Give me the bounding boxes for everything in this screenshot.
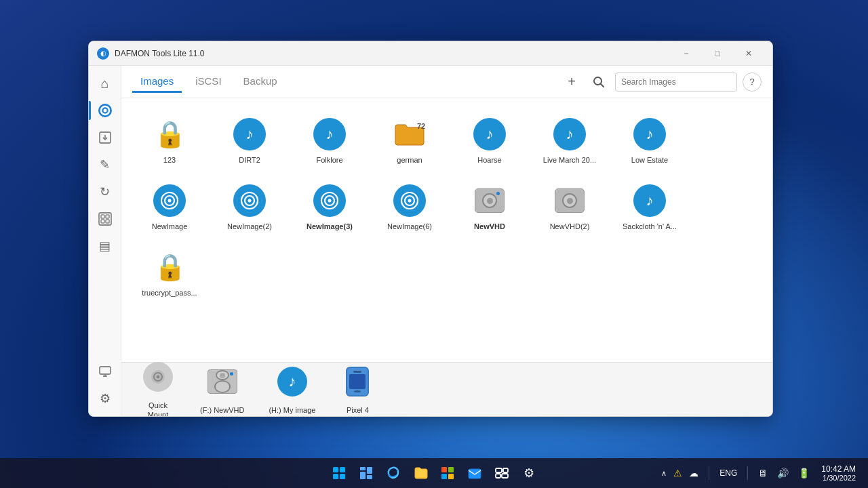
image-item-img-dirt2[interactable]: ♪ DIRT2 [212, 109, 287, 170]
f-newvhd-label: (F:) NewVHD [200, 406, 244, 415]
svg-point-2 [103, 109, 106, 113]
image-label: NewImage(6) [387, 222, 432, 231]
svg-rect-40 [441, 467, 447, 472]
add-button[interactable]: + [561, 71, 583, 93]
music-icon: ♪ [633, 184, 666, 217]
bottom-tray: Quick Mount (F:) NewVHD [121, 362, 772, 416]
svg-rect-35 [340, 474, 345, 479]
sidebar-item-monitor[interactable] [93, 359, 117, 384]
sidebar: ⌂ ✎ ↻ [89, 66, 121, 416]
app-title: DAFMON Tools Lite 11.0 [115, 49, 671, 58]
sidebar-item-receive[interactable] [93, 125, 117, 150]
search-icon-button[interactable] [588, 71, 610, 93]
quick-mount-icon [140, 359, 176, 394]
taskbar: ⚙ ∧ ⚠ ☁ ENG 🖥 🔊 🔋 10:42 AM 1/30/2022 [0, 458, 868, 488]
taskbar-center: ⚙ [327, 461, 541, 485]
title-bar-controls: − □ ✕ [671, 43, 764, 64]
sidebar-item-settings[interactable]: ⚙ [93, 386, 117, 411]
image-item-img-german[interactable]: 72 german [372, 109, 447, 170]
image-item-img-hoarse[interactable]: ♪ Hoarse [452, 109, 527, 170]
image-item-img-newimage3[interactable]: NewImage(3) [292, 176, 367, 237]
app-logo [97, 47, 109, 60]
image-item-img-newimage6[interactable]: NewImage(6) [372, 176, 447, 237]
svg-rect-50 [502, 474, 508, 478]
sidebar-item-sync[interactable]: ↻ [93, 180, 117, 204]
sidebar-item-gallery[interactable] [93, 207, 117, 231]
taskbar-taskview[interactable] [490, 461, 514, 485]
image-item-img-newimage2[interactable]: NewImage(2) [212, 176, 287, 237]
tray-volume[interactable]: 🔊 [775, 466, 791, 480]
help-button[interactable]: ? [743, 73, 762, 92]
taskbar-mail[interactable] [462, 461, 487, 485]
image-item-img-newvhd[interactable]: NewVHD [452, 176, 527, 237]
tray-pixel4[interactable]: Pixel 4 [334, 361, 380, 416]
image-item-img-folklore[interactable]: ♪ Folklore [292, 109, 367, 170]
sidebar-item-edit[interactable]: ✎ [93, 152, 117, 177]
icon-container: 🔒 [152, 117, 187, 152]
icon-container: ♪ [552, 117, 587, 152]
svg-rect-47 [496, 468, 502, 472]
tab-backup[interactable]: Backup [235, 71, 285, 93]
tray-separator [709, 466, 709, 480]
taskbar-widgets[interactable] [354, 461, 378, 485]
svg-rect-10 [100, 367, 111, 374]
svg-rect-6 [101, 215, 104, 218]
minimize-button[interactable]: − [671, 43, 702, 64]
svg-rect-42 [441, 474, 447, 479]
target-icon [153, 184, 186, 217]
svg-rect-43 [448, 474, 454, 479]
quick-mount-label: Quick Mount [148, 401, 169, 416]
tray-cloud[interactable]: ☁ [687, 466, 701, 480]
close-button[interactable]: ✕ [733, 43, 764, 64]
maximize-button[interactable]: □ [702, 43, 733, 64]
image-item-img-truecrypt[interactable]: 🔒 truecrypt_pass... [132, 242, 207, 303]
svg-rect-34 [333, 474, 338, 479]
taskbar-start[interactable] [327, 461, 351, 485]
svg-rect-48 [503, 468, 508, 472]
tray-lang[interactable]: ENG [717, 467, 739, 479]
icon-container [312, 183, 347, 218]
taskbar-edge[interactable] [381, 461, 406, 485]
svg-rect-39 [367, 475, 372, 479]
sidebar-item-images[interactable] [93, 98, 117, 123]
taskbar-files[interactable] [408, 461, 433, 485]
tray-chevron[interactable]: ∧ [659, 468, 669, 479]
image-label: NewImage(2) [227, 222, 272, 231]
svg-text:72: 72 [417, 122, 425, 130]
svg-rect-38 [360, 472, 366, 479]
tray-warning[interactable]: ⚠ [671, 466, 684, 480]
svg-rect-7 [106, 215, 109, 218]
hdd2-icon [553, 184, 586, 217]
icon-container: ♪ [632, 117, 667, 152]
icon-container [472, 183, 507, 218]
pixel4-label: Pixel 4 [347, 406, 369, 415]
f-newvhd-icon [205, 364, 240, 399]
image-item-img-newimage[interactable]: NewImage [132, 176, 207, 237]
image-item-img-sackcloth[interactable]: ♪ Sackcloth 'n' A... [612, 176, 687, 237]
taskbar-settings[interactable]: ⚙ [517, 461, 541, 485]
tab-images[interactable]: Images [132, 71, 182, 93]
tray-h-myimage[interactable]: ♪ (H:) My image [263, 361, 321, 416]
hdd-icon [473, 184, 506, 217]
music-icon: ♪ [313, 118, 346, 150]
image-item-img-123[interactable]: 🔒 123 [132, 109, 207, 170]
icon-container: ♪ [232, 117, 267, 152]
tab-iscsi[interactable]: iSCSI [187, 71, 229, 93]
image-item-img-livemarch[interactable]: ♪ Live March 20... [532, 109, 607, 170]
taskbar-datetime[interactable]: 10:42 AM 1/30/2022 [817, 463, 860, 483]
image-label: NewImage [152, 222, 188, 231]
search-input[interactable] [615, 73, 737, 92]
tray-monitor[interactable]: 🖥 [756, 466, 770, 480]
image-item-img-lowestate[interactable]: ♪ Low Estate [612, 109, 687, 170]
content-panel: Images iSCSI Backup + ? 🔒 123 [121, 66, 772, 416]
sidebar-item-home[interactable]: ⌂ [93, 71, 117, 96]
image-item-img-newvhd2[interactable]: NewVHD(2) [532, 176, 607, 237]
tray-f-newvhd[interactable]: (F:) NewVHD [195, 361, 250, 416]
sidebar-item-doc[interactable]: ▤ [93, 234, 117, 258]
tray-quick-mount[interactable]: Quick Mount [135, 357, 181, 416]
svg-rect-8 [101, 220, 104, 223]
taskbar-store[interactable] [435, 461, 460, 485]
tray-battery[interactable]: 🔋 [796, 466, 812, 480]
taskbar-time: 10:42 AM [821, 464, 856, 474]
svg-rect-37 [367, 467, 372, 474]
